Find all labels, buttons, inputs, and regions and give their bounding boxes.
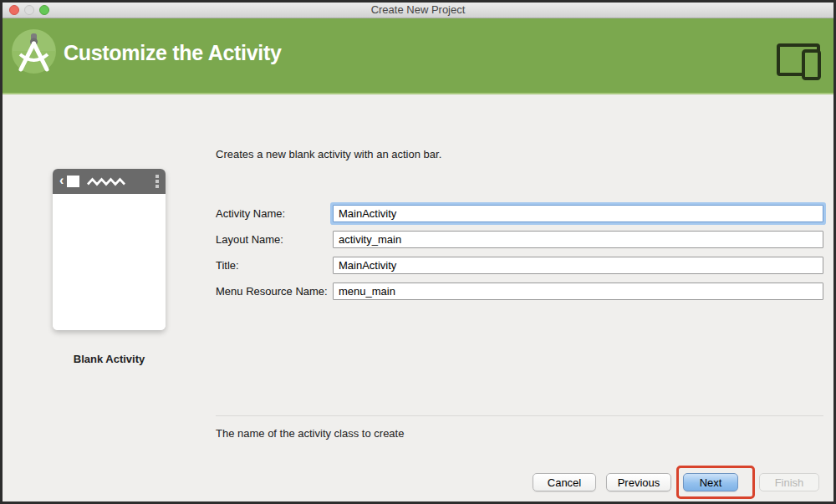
back-chevron-icon: ‹ xyxy=(59,174,64,187)
title-zigzag-icon xyxy=(87,177,125,186)
layout-name-label: Layout Name: xyxy=(216,233,283,246)
titlebar: Create New Project xyxy=(3,3,833,18)
menu-resource-name-input[interactable] xyxy=(333,283,823,300)
activity-name-label: Activity Name: xyxy=(216,207,285,220)
create-new-project-window: Create New Project Customize the Activit… xyxy=(0,0,836,504)
preview-actionbar: ‹ xyxy=(53,169,166,194)
tablet-phone-icon xyxy=(776,42,823,82)
finish-button: Finish xyxy=(759,473,819,491)
previous-button[interactable]: Previous xyxy=(606,473,671,491)
title-label: Title: xyxy=(216,259,239,272)
preview-body xyxy=(53,194,166,330)
menu-resource-name-label: Menu Resource Name: xyxy=(216,285,328,298)
layout-name-input[interactable] xyxy=(333,231,823,248)
activity-name-input[interactable] xyxy=(333,205,823,222)
cancel-button[interactable]: Cancel xyxy=(533,473,596,491)
template-description: Creates a new blank activity with an act… xyxy=(216,148,441,160)
app-icon-square xyxy=(67,176,79,187)
hint-divider xyxy=(216,415,823,416)
preview-label: Blank Activity xyxy=(53,353,166,365)
title-input[interactable] xyxy=(333,257,823,274)
wizard-step-title: Customize the Activity xyxy=(64,41,282,65)
overflow-menu-icon xyxy=(155,175,159,188)
wizard-header: Customize the Activity xyxy=(3,18,833,94)
blank-activity-preview: ‹ xyxy=(53,169,166,330)
field-hint-text: The name of the activity class to create xyxy=(216,427,404,440)
window-title: Create New Project xyxy=(3,3,833,18)
android-studio-logo-icon xyxy=(12,29,56,74)
next-button[interactable]: Next xyxy=(683,473,738,491)
